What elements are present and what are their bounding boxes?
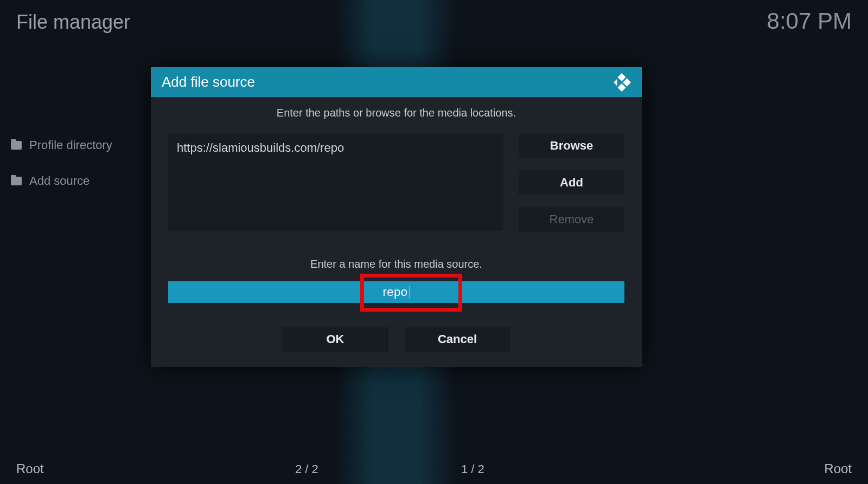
path-input[interactable]: https://slamiousbuilds.com/repo <box>168 133 503 231</box>
svg-rect-2 <box>617 83 626 92</box>
svg-rect-0 <box>617 73 626 81</box>
clock: 8:07 PM <box>767 8 852 34</box>
add-button[interactable]: Add <box>519 170 624 195</box>
footer-right-path: Root <box>824 461 852 476</box>
source-name-input[interactable]: repo <box>168 281 624 303</box>
cancel-button[interactable]: Cancel <box>405 327 510 352</box>
text-caret <box>410 286 410 298</box>
footer-left-path: Root <box>16 461 44 476</box>
svg-rect-1 <box>623 78 631 86</box>
remove-button: Remove <box>519 207 624 232</box>
dialog-instruction: Enter the paths or browse for the media … <box>168 107 624 119</box>
folder-icon <box>11 141 22 150</box>
file-manager-left-pane: Profile directory Add source <box>11 138 112 210</box>
footer-right-count: 1 / 2 <box>461 462 484 476</box>
list-item-label: Add source <box>29 174 90 188</box>
path-value: https://slamiousbuilds.com/repo <box>177 141 344 154</box>
kodi-logo-icon <box>612 73 631 92</box>
dialog-title: Add file source <box>162 74 255 91</box>
folder-icon <box>11 177 22 185</box>
add-file-source-dialog: Add file source Enter the paths or brows… <box>151 67 642 367</box>
dialog-header: Add file source <box>151 67 642 97</box>
name-field-label: Enter a name for this media source. <box>168 258 624 270</box>
ok-button[interactable]: OK <box>283 327 388 352</box>
list-item-label: Profile directory <box>29 138 112 152</box>
browse-button[interactable]: Browse <box>519 133 624 158</box>
list-item-add-source[interactable]: Add source <box>11 174 112 188</box>
list-item-profile-directory[interactable]: Profile directory <box>11 138 112 152</box>
source-name-value: repo <box>382 285 407 299</box>
footer-left-count: 2 / 2 <box>295 462 318 476</box>
svg-marker-3 <box>614 79 617 86</box>
page-title: File manager <box>16 11 130 34</box>
